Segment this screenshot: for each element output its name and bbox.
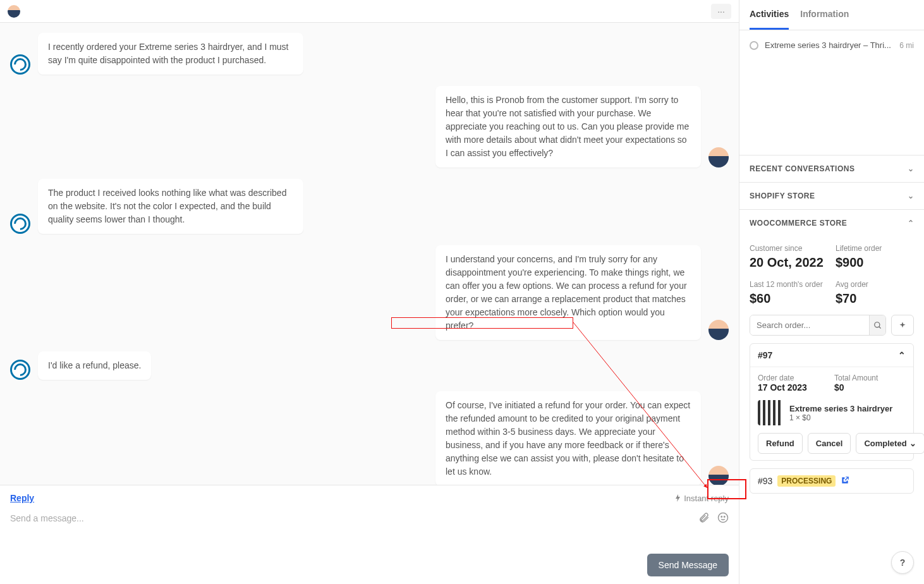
- chevron-up-icon: ⌃: [908, 219, 915, 228]
- chevron-down-icon: ⌄: [909, 439, 916, 448]
- svg-point-1: [721, 516, 722, 517]
- send-message-button[interactable]: Send Message: [647, 554, 729, 576]
- stat-value: $70: [836, 291, 914, 306]
- sparkle-icon: [898, 321, 907, 330]
- stat-lifetime-order: Lifetime order $900: [836, 244, 914, 270]
- order-total-value: $0: [834, 382, 906, 392]
- cancel-button[interactable]: Cancel: [808, 433, 851, 454]
- sidebar-tabs: Activities Information: [739, 0, 924, 30]
- help-button[interactable]: ?: [891, 551, 914, 574]
- message-row: Of course, I've initiated a refund for y…: [10, 391, 729, 485]
- section-shopify-store[interactable]: SHOPIFY STORE ⌄: [739, 182, 924, 209]
- attachment-icon[interactable]: [698, 512, 710, 525]
- stat-avg-order: Avg order $70: [836, 280, 914, 306]
- order-id: #97: [758, 350, 772, 360]
- bolt-icon: [675, 494, 681, 502]
- order-card-93[interactable]: #93 PROCESSING: [750, 468, 914, 494]
- product-row: Extreme series 3 hairdryer 1 × $0: [758, 400, 906, 425]
- chevron-up-icon: ⌃: [898, 350, 906, 360]
- composer: Reply Instant reply Send Message: [0, 485, 739, 584]
- stat-customer-since: Customer since 20 Oct, 2022: [750, 244, 828, 270]
- stat-label: Avg order: [836, 280, 914, 289]
- product-quantity: 1 × $0: [789, 413, 892, 422]
- order-date-label: Order date: [758, 374, 829, 382]
- chevron-down-icon: ⌄: [908, 164, 915, 173]
- stat-value: $900: [836, 255, 914, 270]
- agent-avatar: [708, 147, 729, 167]
- order-search-box: [750, 315, 886, 336]
- order-search-input[interactable]: [750, 315, 869, 335]
- order-total-label: Total Amount: [834, 374, 906, 382]
- customer-avatar: [10, 360, 30, 380]
- tab-information[interactable]: Information: [800, 0, 849, 30]
- refund-button[interactable]: Refund: [758, 433, 803, 454]
- stat-last-12-months: Last 12 month's order $60: [750, 280, 828, 306]
- completed-dropdown[interactable]: Completed⌄: [856, 433, 924, 454]
- search-button[interactable]: [869, 315, 885, 335]
- instant-reply-label: Instant reply: [684, 494, 729, 503]
- tab-activities[interactable]: Activities: [750, 0, 789, 30]
- message-bubble: I recently ordered your Extreme series 3…: [38, 33, 303, 75]
- svg-point-0: [719, 513, 728, 522]
- activity-time: 6 mi: [899, 41, 914, 50]
- message-row: I recently ordered your Extreme series 3…: [10, 33, 729, 75]
- emoji-icon[interactable]: [717, 512, 729, 525]
- section-recent-conversations[interactable]: RECENT CONVERSATIONS ⌄: [739, 155, 924, 182]
- message-row: I'd like a refund, please.: [10, 351, 729, 380]
- message-row: I understand your concerns, and I'm trul…: [10, 245, 729, 340]
- svg-point-2: [724, 516, 726, 517]
- message-input[interactable]: [10, 508, 692, 528]
- message-bubble: Of course, I've initiated a refund for y…: [435, 391, 701, 485]
- agent-avatar: [708, 320, 729, 340]
- search-icon: [873, 321, 882, 330]
- ai-sparkle-button[interactable]: [891, 315, 914, 336]
- reply-link[interactable]: Reply: [10, 493, 34, 503]
- section-label: SHOPIFY STORE: [750, 192, 815, 200]
- message-bubble: I understand your concerns, and I'm trul…: [435, 245, 701, 340]
- messages-list: I recently ordered your Extreme series 3…: [0, 23, 739, 485]
- completed-label: Completed: [864, 439, 906, 448]
- sidebar: Activities Information Extreme series 3 …: [739, 0, 924, 584]
- stat-value: 20 Oct, 2022: [750, 255, 828, 270]
- more-button[interactable]: ···: [711, 4, 731, 19]
- message-row: The product I received looks nothing lik…: [10, 179, 729, 234]
- activity-item[interactable]: Extreme series 3 hairdryer – Thri... 6 m…: [739, 30, 924, 60]
- message-bubble: The product I received looks nothing lik…: [38, 179, 303, 234]
- customer-avatar: [10, 54, 30, 75]
- product-name: Extreme series 3 hairdryer: [789, 404, 892, 413]
- order-date-value: 17 Oct 2023: [758, 382, 829, 392]
- customer-avatar: [10, 214, 30, 234]
- woocommerce-panel: Customer since 20 Oct, 2022 Lifetime ord…: [739, 236, 924, 509]
- stat-label: Lifetime order: [836, 244, 914, 253]
- stat-label: Last 12 month's order: [750, 280, 828, 289]
- message-bubble: I'd like a refund, please.: [38, 351, 151, 380]
- product-thumbnail: [758, 400, 783, 425]
- header-avatar: [8, 5, 20, 18]
- stat-value: $60: [750, 291, 828, 306]
- order-card-97: #97 ⌃ Order date 17 Oct 2023 Total Amoun…: [750, 343, 914, 461]
- message-bubble: Hello, this is Pronob from the customer …: [435, 86, 701, 167]
- section-woocommerce-store[interactable]: WOOCOMMERCE STORE ⌃: [739, 209, 924, 236]
- instant-reply-button[interactable]: Instant reply: [675, 494, 729, 503]
- order-id: #93: [758, 476, 772, 486]
- chat-header: ···: [0, 0, 739, 23]
- chevron-down-icon: ⌄: [908, 192, 915, 200]
- svg-point-3: [874, 322, 879, 327]
- stat-label: Customer since: [750, 244, 828, 253]
- agent-avatar: [708, 466, 729, 485]
- external-link-icon[interactable]: [841, 476, 849, 487]
- activity-text: Extreme series 3 hairdryer – Thri...: [765, 40, 893, 50]
- order-card-header[interactable]: #97 ⌃: [750, 344, 913, 367]
- section-label: WOOCOMMERCE STORE: [750, 219, 847, 228]
- message-row: Hello, this is Pronob from the customer …: [10, 86, 729, 167]
- section-label: RECENT CONVERSATIONS: [750, 164, 854, 173]
- circle-icon: [750, 41, 758, 50]
- status-badge: PROCESSING: [777, 475, 836, 487]
